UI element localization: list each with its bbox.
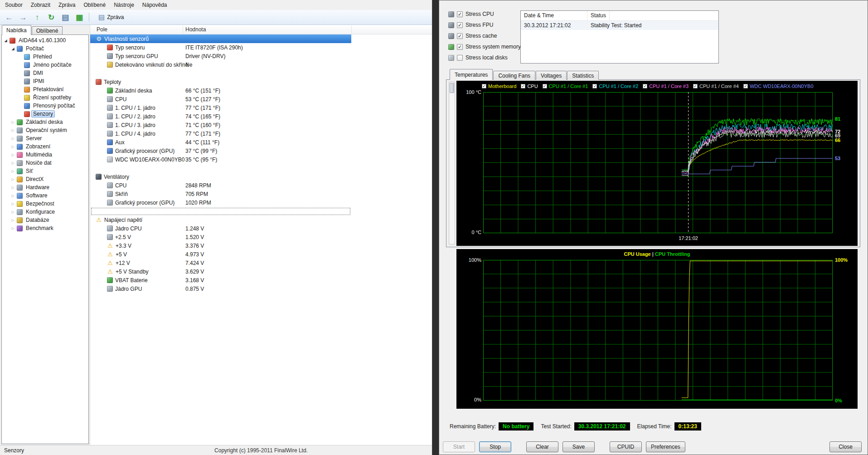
sensor-row-5-v-standby[interactable]: ⚠+5 V Standby3.629 V xyxy=(90,267,351,276)
column-divider[interactable] xyxy=(183,26,183,34)
expander-icon[interactable]: ▷ xyxy=(10,226,15,230)
expander-icon[interactable]: ▷ xyxy=(10,128,15,132)
sensor-row-3-3-v[interactable]: ⚠+3.3 V3.376 V xyxy=(90,241,351,250)
legend-item-cpu-1-core-4[interactable]: ✓CPU #1 / Core #4 xyxy=(693,83,739,89)
sensor-row-napajeci-napeti[interactable]: ⚠Napájecí napětí xyxy=(90,215,351,224)
tree-item-pocitac[interactable]: ◢Počítač xyxy=(2,44,88,53)
legend-checkbox[interactable]: ✓ xyxy=(693,84,698,88)
tree-item-directx[interactable]: ▷DirectX xyxy=(2,175,88,183)
expander-icon[interactable]: ▷ xyxy=(10,186,15,190)
sensor-row-cpu[interactable]: CPU2848 RPM xyxy=(90,181,351,190)
log-column-header-status[interactable]: Status xyxy=(587,11,610,20)
expander-icon[interactable]: ▷ xyxy=(10,153,15,157)
sensor-row-1-cpu-2-jadro[interactable]: 1. CPU / 2. jádro74 °C (165 °F) xyxy=(90,112,351,121)
close-button[interactable]: Close xyxy=(829,441,862,452)
tree-item-zobrazeni[interactable]: ▷Zobrazení xyxy=(2,142,88,151)
sensor-row-12-v[interactable]: ⚠+12 V7.424 V xyxy=(90,259,351,267)
tree-item-multimedia[interactable]: ▷Multimédia xyxy=(2,151,88,159)
legend-item-cpu-1-core-2[interactable]: ✓CPU #1 / Core #2 xyxy=(592,83,638,89)
legend-item-wdc-wd10earx-00n0yb0[interactable]: ✓WDC WD10EARX-00N0YB0 xyxy=(743,83,814,89)
legend-item-cpu-1-core-1[interactable]: ✓CPU #1 / Core #1 xyxy=(543,83,588,89)
sensor-row-graficky-procesor-gpu[interactable]: Grafický procesor (GPU)1020 RPM xyxy=(90,198,351,207)
menu-item-nastroje[interactable]: Nástroje xyxy=(110,0,138,10)
menu-item-zobrazit[interactable]: Zobrazit xyxy=(27,0,54,10)
column-header-value[interactable]: Hodnota xyxy=(185,26,206,33)
tree-item-hardware[interactable]: ▷Hardware xyxy=(2,183,88,191)
legend-checkbox[interactable]: ✓ xyxy=(643,84,647,88)
tree-item-software[interactable]: ▷Software xyxy=(2,191,88,200)
tree-item-benchmark[interactable]: ▷Benchmark xyxy=(2,224,88,232)
legend-item-motherboard[interactable]: ✓Motherboard xyxy=(482,83,516,89)
expander-icon[interactable]: ▷ xyxy=(10,202,15,206)
sensor-row-teploty[interactable]: Teploty xyxy=(90,78,351,86)
expander-icon[interactable]: ▷ xyxy=(10,137,15,141)
save-button[interactable]: Save xyxy=(563,441,595,452)
back-icon[interactable]: ← xyxy=(5,14,14,21)
report-wizard-icon[interactable]: ▤ xyxy=(61,14,70,21)
legend-checkbox[interactable]: ✓ xyxy=(592,84,597,88)
sensor-row-wdc-wd10earx-00n0yb0[interactable]: WDC WD10EARX-00N0YB035 °C (95 °F) xyxy=(90,155,351,164)
checkbox-stress-system-memory[interactable]: ✓ xyxy=(457,44,463,50)
sensor-row-5-v[interactable]: ⚠+5 V4.973 V xyxy=(90,250,351,259)
sensor-row-vbat-baterie[interactable]: VBAT Baterie3.168 V xyxy=(90,276,351,284)
expander-icon[interactable]: ▷ xyxy=(10,210,15,214)
tree-item-databaze[interactable]: ▷Databáze xyxy=(2,216,88,224)
tree-item-senzory[interactable]: Senzory xyxy=(2,110,88,118)
expander-icon[interactable]: ▷ xyxy=(10,177,15,181)
sensor-row-aux[interactable]: Aux44 °C (111 °F) xyxy=(90,138,351,147)
tree-item-sit[interactable]: ▷Síť xyxy=(2,167,88,175)
clear-button[interactable]: Clear xyxy=(526,441,558,452)
sensor-row-typ-senzoru[interactable]: Typ senzoruITE IT8720F (ISA 290h) xyxy=(90,43,351,52)
tab-cooling-fans[interactable]: Cooling Fans xyxy=(493,71,535,80)
menu-item-zprava[interactable]: Zpráva xyxy=(54,0,79,10)
menu-item-napoveda[interactable]: Nápověda xyxy=(138,0,171,10)
tree-item-konfigurace[interactable]: ▷Konfigurace xyxy=(2,208,88,216)
tree-item-bezpecnost[interactable]: ▷Bezpečnost xyxy=(2,200,88,208)
expander-icon[interactable]: ▷ xyxy=(10,194,15,198)
tree-item-nosice-dat[interactable]: ▷Nosiče dat xyxy=(2,159,88,167)
tab-statistics[interactable]: Statistics xyxy=(567,71,599,80)
legend-item-cpu-1-core-3[interactable]: ✓CPU #1 / Core #3 xyxy=(643,83,689,89)
sensor-row-jadro-gpu[interactable]: Jádro GPU0.875 V xyxy=(90,284,351,293)
sensor-row-2-5-v[interactable]: +2.5 V1.520 V xyxy=(90,233,351,241)
expander-icon[interactable]: ▷ xyxy=(10,169,15,173)
sensor-row-typ-senzoru-gpu[interactable]: Typ senzoru GPUDriver (NV-DRV) xyxy=(90,52,351,60)
tree-item-aida64-v1-60-1300[interactable]: ◢AIDA64 v1.60.1300 xyxy=(2,36,88,44)
expander-icon[interactable]: ◢ xyxy=(10,47,15,51)
expander-icon[interactable]: ◢ xyxy=(3,39,8,43)
tab-voltages[interactable]: Voltages xyxy=(536,71,567,80)
sensor-row-1-cpu-3-jadro[interactable]: 1. CPU / 3. jádro71 °C (160 °F) xyxy=(90,121,351,129)
chart-scrollbar-thumb[interactable] xyxy=(450,83,454,93)
stop-button[interactable]: Stop xyxy=(479,441,511,452)
tab-temperatures[interactable]: Temperatures xyxy=(450,69,493,80)
tree-item-operacni-system[interactable]: ▷Operační systém xyxy=(2,126,88,134)
screenshot-icon[interactable]: ▦ xyxy=(75,14,84,21)
sensor-row-jadro-cpu[interactable]: Jádro CPU1.248 V xyxy=(90,224,351,233)
legend-checkbox[interactable]: ✓ xyxy=(543,84,547,88)
focused-empty-row[interactable] xyxy=(91,208,350,215)
sensor-row-zakladni-deska[interactable]: Základní deska66 °C (151 °F) xyxy=(90,86,351,95)
legend-item-cpu[interactable]: ✓CPU xyxy=(521,83,538,89)
up-icon[interactable]: ↑ xyxy=(33,14,42,21)
tree-item-dmi[interactable]: DMI xyxy=(2,69,88,77)
tree-item-prehled[interactable]: Přehled xyxy=(2,53,88,61)
log-row[interactable]: 30.3.2012 17:21:02Stability Test: Starte… xyxy=(521,21,718,30)
tree-item-jmeno-pocitace[interactable]: Jméno počítače xyxy=(2,61,88,69)
chart-vertical-scrollbar[interactable] xyxy=(449,82,455,245)
sidebar-tab-oblibene[interactable]: Oblíbené xyxy=(32,26,63,35)
checkbox-stress-local-disks[interactable] xyxy=(457,55,463,61)
expander-icon[interactable]: ▷ xyxy=(10,161,15,165)
sensor-row-1-cpu-1-jadro[interactable]: 1. CPU / 1. jádro77 °C (171 °F) xyxy=(90,103,351,112)
tree-item-pretaktovani[interactable]: Přetaktování xyxy=(2,85,88,93)
legend-checkbox[interactable]: ✓ xyxy=(521,84,525,88)
report-button[interactable]: ▤ Zpráva xyxy=(94,11,128,23)
preferences-button[interactable]: Preferences xyxy=(646,441,685,452)
sensor-row-ventilatory[interactable]: Ventilátory xyxy=(90,172,351,181)
tree-item-rizeni-spotreby[interactable]: Řízení spotřeby xyxy=(2,93,88,102)
column-header-field[interactable]: Pole xyxy=(97,26,107,33)
checkbox-stress-fpu[interactable]: ✓ xyxy=(457,22,463,28)
sensor-row-skrin[interactable]: Skříň705 RPM xyxy=(90,190,351,198)
cpuid-button[interactable]: CPUID xyxy=(610,441,642,452)
menu-item-soubor[interactable]: Soubor xyxy=(1,0,27,10)
tree-item-server[interactable]: ▷Server xyxy=(2,134,88,142)
